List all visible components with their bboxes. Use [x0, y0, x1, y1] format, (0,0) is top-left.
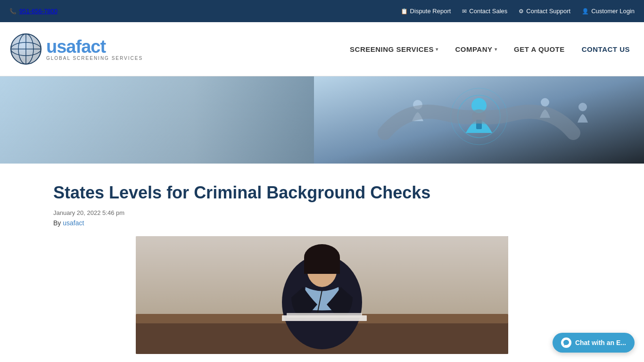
nav-screening-services[interactable]: SCREENING SERVICES ▾ [350, 45, 438, 53]
dispute-icon [401, 8, 408, 15]
nav-contact-us[interactable]: CONTACT US [582, 45, 630, 53]
dispute-report-link[interactable]: Dispute Report [401, 8, 451, 15]
contact-sales-link[interactable]: Contact Sales [462, 8, 507, 15]
chat-widget[interactable]: Chat with an E... [553, 333, 635, 353]
contact-support-link[interactable]: Contact Support [519, 8, 570, 15]
dropdown-arrow-screening: ▾ [436, 47, 438, 52]
svg-point-12 [541, 98, 549, 107]
support-icon [519, 8, 524, 15]
logo-brand: usafact [46, 38, 143, 56]
chat-icon [561, 337, 571, 348]
top-bar-links: Dispute Report Contact Sales Contact Sup… [401, 8, 635, 15]
article-image [136, 236, 508, 354]
article-title: States Levels for Criminal Background Ch… [53, 182, 591, 203]
user-icon [582, 8, 589, 15]
main-content: States Levels for Criminal Background Ch… [39, 164, 605, 362]
svg-point-13 [578, 103, 587, 111]
author-link[interactable]: usafact [63, 219, 84, 227]
logo-text: usafact GLOBAL SCREENING SERVICES [46, 38, 143, 61]
nav-get-a-quote[interactable]: GET A QUOTE [514, 45, 565, 53]
nav-bar: usafact GLOBAL SCREENING SERVICES SCREEN… [0, 22, 644, 76]
phone-section: 951-656-7800 [9, 8, 58, 15]
article-author: By usafact [53, 219, 591, 227]
logo[interactable]: usafact GLOBAL SCREENING SERVICES [9, 33, 143, 66]
chat-label: Chat with an E... [575, 339, 626, 346]
dropdown-arrow-company: ▾ [495, 47, 497, 52]
globe-icon [9, 33, 42, 66]
phone-icon [9, 8, 17, 15]
main-nav: SCREENING SERVICES ▾ COMPANY ▾ GET A QUO… [350, 45, 630, 53]
article-date: January 20, 2022 5:46 pm [53, 209, 591, 216]
svg-rect-23 [287, 313, 362, 318]
svg-point-5 [11, 34, 41, 64]
logo-tagline: GLOBAL SCREENING SERVICES [46, 56, 143, 61]
article-image-svg [136, 236, 508, 354]
email-icon [462, 8, 467, 15]
hero-banner [0, 76, 644, 164]
top-bar: 951-656-7800 Dispute Report Contact Sale… [0, 0, 644, 22]
customer-login-link[interactable]: Customer Login [582, 8, 635, 15]
phone-link[interactable]: 951-656-7800 [19, 8, 58, 15]
hero-graphic [314, 76, 644, 164]
nav-company[interactable]: COMPANY ▾ [455, 45, 497, 53]
svg-rect-20 [304, 257, 340, 274]
